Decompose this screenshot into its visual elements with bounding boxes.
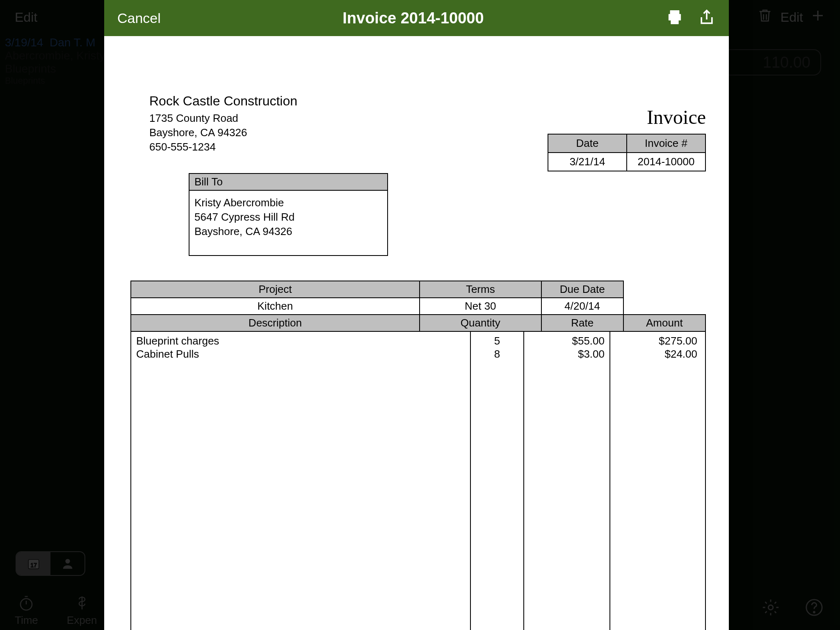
qty-header: Quantity [420, 315, 541, 331]
project-table: Project Terms Due Date Kitchen Net 30 4/… [130, 281, 706, 332]
company-addr2: Bayshore, CA 94326 [149, 126, 297, 140]
terms-header: Terms [420, 281, 541, 298]
cancel-button[interactable]: Cancel [117, 10, 161, 26]
company-phone: 650-555-1234 [149, 140, 297, 154]
company-addr1: 1735 County Road [149, 111, 297, 126]
invoice-label: Invoice [647, 106, 706, 128]
item-rate: $3.00 [529, 347, 605, 361]
project-value: Kitchen [131, 298, 420, 315]
items-body: Blueprint charges Cabinet Pulls 5 8 $55.… [130, 332, 706, 630]
invoice-meta-table: Date Invoice # 3/21/14 2014-10000 [548, 134, 706, 171]
meta-number-header: Invoice # [627, 134, 705, 153]
modal-header: Cancel Invoice 2014-10000 [104, 0, 729, 36]
print-icon[interactable] [666, 8, 684, 28]
invoice-modal: Cancel Invoice 2014-10000 Rock Castle Co… [104, 0, 729, 630]
billto-addr1: 5647 Cypress Hill Rd [194, 210, 382, 224]
item-desc: Cabinet Pulls [136, 347, 465, 361]
item-desc: Blueprint charges [136, 334, 465, 347]
rate-header: Rate [541, 315, 623, 331]
billto-addr2: Bayshore, CA 94326 [194, 224, 382, 239]
company-name: Rock Castle Construction [149, 94, 297, 109]
duedate-value: 4/20/14 [541, 298, 623, 315]
item-qty: 5 [476, 334, 518, 347]
terms-value: Net 30 [420, 298, 541, 315]
duedate-header: Due Date [541, 281, 623, 298]
billto-box: Bill To Kristy Abercrombie 5647 Cypress … [189, 173, 388, 256]
desc-header: Description [131, 315, 420, 331]
modal-title: Invoice 2014-10000 [161, 9, 666, 27]
item-amount: $24.00 [615, 347, 697, 361]
meta-date-header: Date [548, 134, 627, 153]
item-qty: 8 [476, 347, 518, 361]
share-icon[interactable] [698, 8, 716, 28]
amount-header: Amount [623, 315, 705, 331]
billto-header: Bill To [189, 174, 387, 191]
item-rate: $55.00 [529, 334, 605, 347]
meta-date: 3/21/14 [548, 153, 627, 171]
project-header: Project [131, 281, 420, 298]
billto-name: Kristy Abercrombie [194, 196, 382, 210]
item-amount: $275.00 [615, 334, 697, 347]
invoice-page: Rock Castle Construction 1735 County Roa… [104, 36, 729, 630]
meta-number: 2014-10000 [627, 153, 705, 171]
